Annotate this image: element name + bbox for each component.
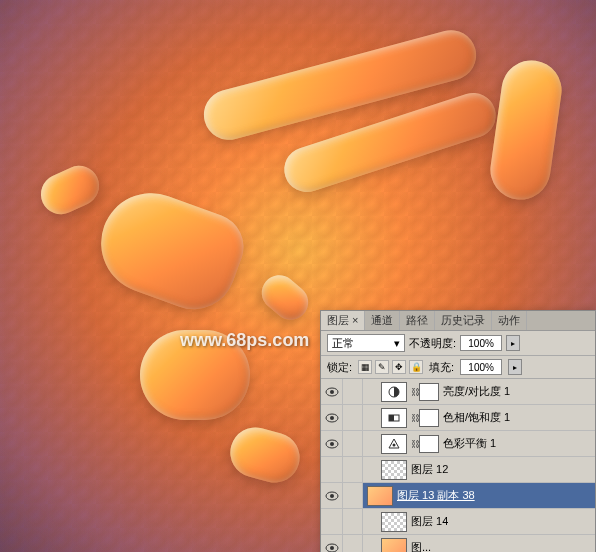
tab-history[interactable]: 历史记录 [435,311,492,330]
layer-row-13-copy-38[interactable]: 图层 13 副本 38 [321,483,595,509]
layer-name: 色彩平衡 1 [443,436,496,451]
layer-row-hue-saturation[interactable]: ⛓ 色相/饱和度 1 [321,405,595,431]
brightness-contrast-icon [387,385,401,399]
opacity-dropdown-icon[interactable]: ▸ [506,335,520,351]
opacity-label: 不透明度: [409,336,456,351]
chevron-down-icon: ▾ [394,337,400,350]
mask-thumb [419,383,439,401]
svg-rect-6 [389,415,394,421]
fill-label: 填充: [429,360,454,375]
fill-dropdown-icon[interactable]: ▸ [508,359,522,375]
opacity-input[interactable]: 100% [460,335,502,351]
tab-channels[interactable]: 通道 [365,311,400,330]
layer-row-14[interactable]: 图层 14 [321,509,595,535]
link-col[interactable] [343,483,363,508]
color-balance-icon [387,437,401,451]
adjustment-thumb [381,434,407,454]
layers-panel: 图层 × 通道 路径 历史记录 动作 正常 ▾ 不透明度: 100% ▸ 锁定:… [320,310,596,552]
layer-name: 图层 13 副本 38 [397,488,475,503]
lock-label: 锁定: [327,360,352,375]
layer-row-color-balance[interactable]: ⛓ 色彩平衡 1 [321,431,595,457]
hue-saturation-icon [387,411,401,425]
eye-icon [325,413,339,423]
layer-thumb [381,538,407,553]
visibility-toggle[interactable] [321,509,343,534]
chain-icon: ⛓ [411,439,419,449]
link-col[interactable] [343,379,363,404]
visibility-toggle[interactable] [321,405,343,430]
eye-icon [325,543,339,553]
svg-point-13 [330,546,334,550]
layer-thumb [381,460,407,480]
layer-row-last[interactable]: 图... [321,535,595,552]
tab-actions[interactable]: 动作 [492,311,527,330]
layer-row-12[interactable]: 图层 12 [321,457,595,483]
fill-input[interactable]: 100% [460,359,502,375]
link-col[interactable] [343,405,363,430]
lock-all-icon[interactable]: 🔒 [409,360,423,374]
blend-mode-select[interactable]: 正常 ▾ [327,334,405,352]
svg-point-4 [330,416,334,420]
layer-name: 亮度/对比度 1 [443,384,510,399]
svg-point-8 [330,442,334,446]
visibility-toggle[interactable] [321,379,343,404]
watermark-url: www.68ps.com [180,330,309,351]
link-col[interactable] [343,535,363,552]
layer-list: ⛓ 亮度/对比度 1 ⛓ 色相/饱和度 1 [321,379,595,552]
visibility-toggle[interactable] [321,457,343,482]
layer-name: 图层 14 [411,514,448,529]
tab-paths[interactable]: 路径 [400,311,435,330]
panel-tabs: 图层 × 通道 路径 历史记录 动作 [321,311,595,331]
chain-icon: ⛓ [411,387,419,397]
eye-icon [325,439,339,449]
eye-icon [325,491,339,501]
eye-icon [325,387,339,397]
layer-name: 色相/饱和度 1 [443,410,510,425]
layer-thumb [381,512,407,532]
chain-icon: ⛓ [411,413,419,423]
link-col[interactable] [343,431,363,456]
blend-mode-value: 正常 [332,336,354,351]
link-col[interactable] [343,509,363,534]
visibility-toggle[interactable] [321,483,343,508]
lock-fill-row: 锁定: ▦ ✎ ✥ 🔒 填充: 100% ▸ [321,356,595,379]
lock-icons-group: ▦ ✎ ✥ 🔒 [358,360,423,374]
tab-layers[interactable]: 图层 × [321,311,365,330]
lock-position-icon[interactable]: ✥ [392,360,406,374]
link-col[interactable] [343,457,363,482]
mask-thumb [419,409,439,427]
lock-transparency-icon[interactable]: ▦ [358,360,372,374]
canvas-background: www.68ps.com PS 爱好者 www.sai... 图层 × 通道 路… [0,0,596,552]
svg-point-9 [393,443,396,446]
svg-point-1 [330,390,334,394]
lock-pixels-icon[interactable]: ✎ [375,360,389,374]
visibility-toggle[interactable] [321,535,343,552]
mask-thumb [419,435,439,453]
layer-name: 图... [411,540,431,552]
layer-row-brightness-contrast[interactable]: ⛓ 亮度/对比度 1 [321,379,595,405]
svg-point-11 [330,494,334,498]
layer-name: 图层 12 [411,462,448,477]
adjustment-thumb [381,408,407,428]
blend-opacity-row: 正常 ▾ 不透明度: 100% ▸ [321,331,595,356]
visibility-toggle[interactable] [321,431,343,456]
adjustment-thumb [381,382,407,402]
layer-thumb [367,486,393,506]
